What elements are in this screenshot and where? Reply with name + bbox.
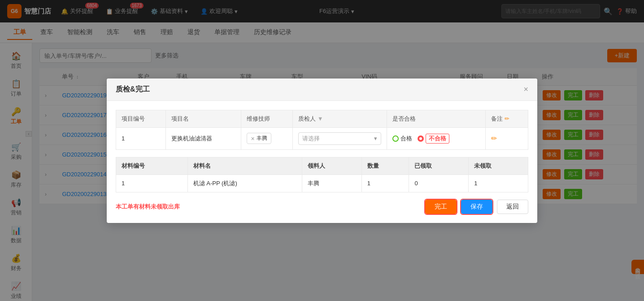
radio-qualified[interactable]: 合格 <box>392 135 412 143</box>
back-modal-button[interactable]: 返回 <box>497 200 528 214</box>
col-quantity: 数量 <box>361 157 409 174</box>
col-received: 已领取 <box>409 157 469 174</box>
project-table: 项目编号 项目名 维修技师 质检人 ▼ 是否合格 备注 ✏ 1 更换机油滤清器 <box>116 110 528 150</box>
technician-cell: × 丰腾 <box>241 127 293 149</box>
remark-cell: ✏ <box>485 127 528 149</box>
edit-remark-icon[interactable]: ✏ <box>491 135 497 142</box>
col-proj-no: 项目编号 <box>116 110 166 127</box>
inspector-select[interactable]: 请选择 ▾ <box>298 132 381 145</box>
material-data-row: 1 机滤 A-PP (机滤) 丰腾 1 0 1 <box>116 174 528 192</box>
project-data-row: 1 更换机油滤清器 × 丰腾 请选择 ▾ <box>116 127 528 149</box>
unreceived-cell: 1 <box>469 174 528 192</box>
complete-modal-button[interactable]: 完工 <box>425 200 457 214</box>
select-arrow-icon: ▾ <box>374 135 377 142</box>
col-technician: 维修技师 <box>241 110 293 127</box>
inspector-placeholder: 请选择 <box>302 135 320 143</box>
unqualified-label: 不合格 <box>426 134 449 144</box>
quality-check-modal: 质检&完工 × 项目编号 项目名 维修技师 质检人 ▼ 是否合格 备注 ✏ <box>107 79 537 223</box>
warning-message: 本工单有材料未领取出库 <box>116 203 180 211</box>
col-receiver: 领料人 <box>302 157 361 174</box>
modal-overlay: 质检&完工 × 项目编号 项目名 维修技师 质检人 ▼ 是否合格 备注 ✏ <box>0 0 644 301</box>
qualified-radio-group: 合格 不合格 <box>392 134 480 144</box>
col-remark: 备注 ✏ <box>485 110 528 127</box>
tag-remove-button[interactable]: × <box>251 135 254 142</box>
material-table: 材料编号 材料名 领料人 数量 已领取 未领取 1 机滤 A-PP (机滤) 丰… <box>116 157 528 192</box>
col-qualified: 是否合格 <box>387 110 485 127</box>
col-mat-name: 材料名 <box>187 157 302 174</box>
material-header-row: 材料编号 材料名 领料人 数量 已领取 未领取 <box>116 157 528 174</box>
radio-dot <box>419 137 422 140</box>
pencil-header-icon[interactable]: ✏ <box>505 115 509 122</box>
radio-fail-circle <box>418 135 424 142</box>
radio-pass-circle <box>392 135 399 142</box>
technician-name: 丰腾 <box>257 135 267 142</box>
modal-footer-row: 本工单有材料未领取出库 完工 保存 返回 <box>116 200 528 214</box>
save-modal-button[interactable]: 保存 <box>461 200 492 214</box>
col-inspector: 质检人 ▼ <box>293 110 387 127</box>
radio-unqualified[interactable]: 不合格 <box>418 134 449 144</box>
col-unreceived: 未领取 <box>469 157 528 174</box>
receiver-cell: 丰腾 <box>302 174 361 192</box>
project-header-row: 项目编号 项目名 维修技师 质检人 ▼ 是否合格 备注 ✏ <box>116 110 528 127</box>
mat-name-cell: 机滤 A-PP (机滤) <box>187 174 302 192</box>
inspector-cell[interactable]: 请选择 ▾ <box>293 127 387 149</box>
modal-header: 质检&完工 × <box>107 79 537 101</box>
col-mat-no: 材料编号 <box>116 157 188 174</box>
modal-body: 项目编号 项目名 维修技师 质检人 ▼ 是否合格 备注 ✏ 1 更换机油滤清器 <box>107 101 537 223</box>
proj-no-cell: 1 <box>116 127 166 149</box>
proj-name-cell: 更换机油滤清器 <box>166 127 241 149</box>
received-cell: 0 <box>409 174 469 192</box>
modal-close-button[interactable]: × <box>523 85 528 94</box>
col-proj-name: 项目名 <box>166 110 241 127</box>
technician-tag: × 丰腾 <box>247 133 271 144</box>
mat-no-cell: 1 <box>116 174 188 192</box>
modal-title: 质检&完工 <box>116 85 150 94</box>
quantity-cell: 1 <box>361 174 409 192</box>
qualified-cell: 合格 不合格 <box>387 127 485 149</box>
modal-action-buttons: 完工 保存 返回 <box>425 200 528 214</box>
qualified-label: 合格 <box>400 135 412 143</box>
